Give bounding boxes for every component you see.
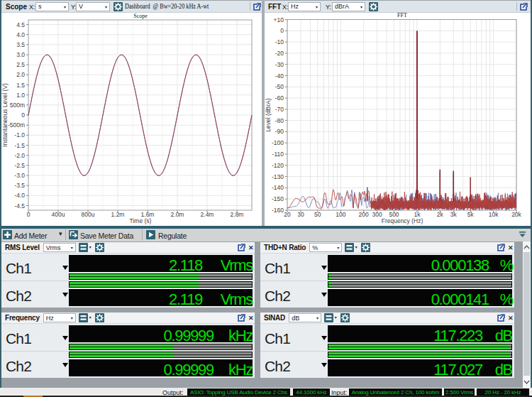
svg-text:-40: -40	[275, 72, 284, 80]
svg-text:+10: +10	[274, 16, 284, 23]
svg-text:50: 50	[314, 211, 321, 218]
svg-text:1.2m: 1.2m	[111, 211, 125, 218]
svg-text:0: 0	[280, 27, 284, 34]
svg-text:Level (dBrA): Level (dBrA)	[265, 98, 272, 131]
svg-text:-60: -60	[275, 94, 284, 102]
svg-text:-2.5: -2.5	[14, 162, 25, 169]
svg-text:-110: -110	[272, 151, 284, 158]
svg-text:Frequency (Hz): Frequency (Hz)	[382, 217, 423, 224]
svg-text:2.0m: 2.0m	[171, 211, 184, 218]
svg-text:200: 200	[359, 211, 369, 218]
svg-text:1.0: 1.0	[16, 92, 25, 99]
svg-text:2.4m: 2.4m	[201, 211, 214, 218]
svg-text:5k: 5k	[467, 211, 475, 218]
svg-text:2.0: 2.0	[16, 71, 25, 78]
svg-text:-70: -70	[275, 106, 284, 113]
svg-text:0: 0	[27, 211, 31, 218]
svg-text:Scope: Scope	[133, 13, 148, 19]
svg-text:-20: -20	[275, 50, 284, 57]
svg-text:400u: 400u	[52, 211, 65, 218]
svg-text:4.0: 4.0	[16, 31, 25, 38]
svg-text:FFT: FFT	[397, 13, 407, 18]
svg-text:100: 100	[336, 211, 345, 218]
svg-text:-80: -80	[275, 117, 284, 124]
svg-text:Instantaneous Level (V): Instantaneous Level (V)	[1, 83, 9, 147]
svg-text:-50: -50	[275, 83, 284, 90]
svg-text:-500m: -500m	[8, 121, 25, 129]
svg-text:-120: -120	[272, 162, 284, 169]
svg-text:0: 0	[21, 112, 25, 119]
svg-text:500m: 500m	[10, 102, 25, 109]
svg-text:2.8m: 2.8m	[231, 211, 244, 218]
svg-text:3k: 3k	[450, 211, 458, 218]
svg-text:1.5: 1.5	[16, 82, 25, 89]
svg-text:-130: -130	[272, 173, 284, 180]
svg-text:-100: -100	[272, 139, 284, 146]
svg-text:-2.0: -2.0	[14, 152, 25, 159]
svg-text:-150: -150	[272, 195, 284, 202]
svg-text:4.5: 4.5	[16, 21, 25, 28]
svg-text:-4.0: -4.0	[14, 192, 25, 199]
svg-text:20k: 20k	[511, 211, 521, 218]
svg-text:10k: 10k	[489, 211, 499, 218]
svg-text:-10: -10	[275, 38, 284, 45]
svg-text:-4.5: -4.5	[14, 202, 25, 210]
svg-text:3.0: 3.0	[16, 51, 25, 58]
svg-text:-1.5: -1.5	[14, 142, 25, 149]
svg-text:2.5: 2.5	[16, 61, 25, 68]
svg-text:20: 20	[284, 211, 291, 218]
svg-text:30: 30	[297, 211, 304, 218]
svg-text:Time (s): Time (s)	[130, 217, 152, 224]
svg-text:800u: 800u	[82, 211, 95, 218]
svg-text:-160: -160	[272, 207, 284, 214]
svg-text:-30: -30	[275, 61, 284, 68]
svg-text:-140: -140	[272, 184, 284, 191]
svg-text:2k: 2k	[437, 211, 444, 218]
svg-text:-90: -90	[275, 128, 284, 135]
svg-text:-3.5: -3.5	[14, 182, 25, 189]
svg-text:-1.0: -1.0	[14, 131, 25, 138]
svg-text:3.5: 3.5	[16, 41, 25, 48]
svg-text:-3.0: -3.0	[14, 172, 25, 179]
